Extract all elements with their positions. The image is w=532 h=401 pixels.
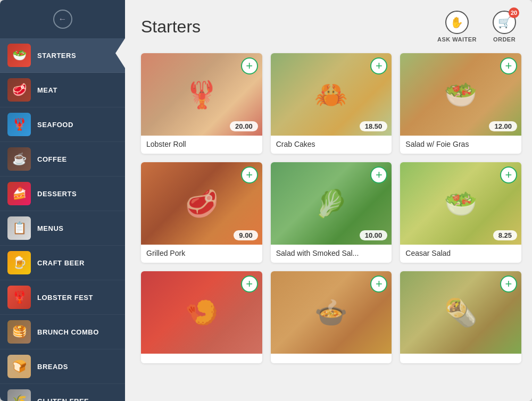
order-badge: 20 xyxy=(509,7,519,18)
add-item-button-9[interactable]: + xyxy=(500,275,517,293)
sidebar-thumb-menus: 📋 xyxy=(7,216,31,240)
add-item-button-7[interactable]: + xyxy=(241,275,258,293)
order-label: ORDER xyxy=(493,36,516,43)
sidebar-item-lobster[interactable]: 🦞LOBSTER FEST xyxy=(0,280,125,315)
price-tag-2: 18.50 xyxy=(360,121,388,131)
food-name-7 xyxy=(141,354,262,363)
sidebar: ← 🥗STARTERS🥩MEAT🦞SEAFOOD☕COFFEE🍰DESSERTS… xyxy=(0,0,125,401)
food-image-5: 🥬+10.00 xyxy=(271,162,392,245)
sidebar-item-desserts[interactable]: 🍰DESSERTS xyxy=(0,177,125,211)
add-item-button-8[interactable]: + xyxy=(370,275,387,293)
sidebar-item-breads[interactable]: 🍞BREADS xyxy=(0,349,125,384)
food-image-2: 🦀+18.50 xyxy=(271,53,392,136)
sidebar-back: ← xyxy=(0,0,125,38)
sidebar-label-brunch: BRUNCH COMBO xyxy=(37,328,99,336)
food-card[interactable]: 🌯+ xyxy=(400,271,521,363)
sidebar-item-seafood[interactable]: 🦞SEAFOOD xyxy=(0,107,125,142)
food-name-5: Salad with Smoked Sal... xyxy=(271,245,392,263)
sidebar-item-gluten[interactable]: 🌾GLUTEN FREE xyxy=(0,384,125,401)
food-name-9 xyxy=(400,354,521,363)
add-item-button-3[interactable]: + xyxy=(500,57,517,74)
add-item-button-5[interactable]: + xyxy=(370,166,387,183)
food-emoji-4: 🥩 xyxy=(185,188,218,219)
sidebar-label-gluten: GLUTEN FREE xyxy=(37,397,89,402)
main-content: Starters ✋ ASK WAITER 🛒 20 ORDER 🦞+20.00… xyxy=(125,0,532,401)
price-tag-1: 20.00 xyxy=(230,121,258,131)
food-card[interactable]: 🥬+10.00Salad with Smoked Sal... xyxy=(271,162,392,263)
food-name-1: Lobster Roll xyxy=(141,136,262,154)
sidebar-item-starters[interactable]: 🥗STARTERS xyxy=(0,38,125,73)
food-emoji-6: 🥗 xyxy=(444,188,477,219)
food-image-3: 🥗+12.00 xyxy=(400,53,521,136)
food-emoji-8: 🍲 xyxy=(314,297,347,328)
sidebar-label-meat: MEAT xyxy=(37,86,57,94)
sidebar-thumb-gluten: 🌾 xyxy=(7,389,31,401)
food-emoji-3: 🥗 xyxy=(444,79,477,110)
menu-items-grid: 🦞+20.00Lobster Roll🦀+18.50Crab Cakes🥗+12… xyxy=(125,48,532,401)
food-image-4: 🥩+9.00 xyxy=(141,162,262,245)
food-image-1: 🦞+20.00 xyxy=(141,53,262,136)
food-image-9: 🌯+ xyxy=(400,271,521,354)
food-card[interactable]: 🦀+18.50Crab Cakes xyxy=(271,53,392,154)
food-card[interactable]: 🍲+ xyxy=(271,271,392,363)
sidebar-label-lobster: LOBSTER FEST xyxy=(37,294,93,302)
sidebar-label-desserts: DESSERTS xyxy=(37,190,77,198)
food-name-8 xyxy=(271,354,392,363)
food-card[interactable]: 🥗+8.25Ceasar Salad xyxy=(400,162,521,263)
top-bar: Starters ✋ ASK WAITER 🛒 20 ORDER xyxy=(125,0,532,48)
sidebar-item-craftbeer[interactable]: 🍺CRAFT BEER xyxy=(0,246,125,280)
sidebar-thumb-seafood: 🦞 xyxy=(7,113,31,136)
back-icon: ← xyxy=(59,14,67,24)
food-emoji-7: 🍤 xyxy=(185,297,218,328)
sidebar-item-brunch[interactable]: 🥞BRUNCH COMBO xyxy=(0,315,125,349)
sidebar-label-craftbeer: CRAFT BEER xyxy=(37,259,85,267)
food-image-7: 🍤+ xyxy=(141,271,262,354)
sidebar-label-coffee: COFFEE xyxy=(37,155,67,163)
food-card[interactable]: 🥩+9.00Grilled Pork xyxy=(141,162,262,263)
page-title: Starters xyxy=(141,17,201,37)
app-container: ← 🥗STARTERS🥩MEAT🦞SEAFOOD☕COFFEE🍰DESSERTS… xyxy=(0,0,532,401)
sidebar-item-coffee[interactable]: ☕COFFEE xyxy=(0,142,125,177)
food-name-6: Ceasar Salad xyxy=(400,245,521,263)
sidebar-item-menus[interactable]: 📋MENUS xyxy=(0,211,125,246)
food-card[interactable]: 🥗+12.00Salad w/ Foie Gras xyxy=(400,53,521,154)
back-button[interactable]: ← xyxy=(53,10,72,29)
food-emoji-5: 🥬 xyxy=(314,188,347,219)
price-tag-5: 10.00 xyxy=(360,230,388,240)
price-tag-4: 9.00 xyxy=(234,230,257,240)
add-item-button-2[interactable]: + xyxy=(370,57,387,74)
add-item-button-6[interactable]: + xyxy=(500,166,517,183)
sidebar-label-starters: STARTERS xyxy=(37,52,76,60)
food-image-8: 🍲+ xyxy=(271,271,392,354)
food-name-3: Salad w/ Foie Gras xyxy=(400,136,521,154)
sidebar-thumb-breads: 🍞 xyxy=(7,355,31,378)
food-emoji-2: 🦀 xyxy=(314,79,347,110)
order-button[interactable]: 🛒 20 ORDER xyxy=(493,11,516,43)
waiter-icon: ✋ xyxy=(445,11,469,34)
sidebar-thumb-desserts: 🍰 xyxy=(7,182,31,205)
sidebar-thumb-meat: 🥩 xyxy=(7,78,31,102)
sidebar-items-list: 🥗STARTERS🥩MEAT🦞SEAFOOD☕COFFEE🍰DESSERTS📋M… xyxy=(0,38,125,401)
add-item-button-1[interactable]: + xyxy=(241,57,258,74)
food-card[interactable]: 🦞+20.00Lobster Roll xyxy=(141,53,262,154)
food-emoji-9: 🌯 xyxy=(444,297,477,328)
sidebar-label-seafood: SEAFOOD xyxy=(37,121,73,129)
price-tag-3: 12.00 xyxy=(489,121,517,131)
cart-icon: 🛒 20 xyxy=(493,11,516,34)
food-emoji-1: 🦞 xyxy=(185,79,218,110)
food-name-4: Grilled Pork xyxy=(141,245,262,263)
ask-waiter-button[interactable]: ✋ ASK WAITER xyxy=(437,11,477,43)
sidebar-label-menus: MENUS xyxy=(37,224,63,232)
sidebar-thumb-starters: 🥗 xyxy=(7,44,31,67)
sidebar-thumb-lobster: 🦞 xyxy=(7,286,31,309)
sidebar-label-breads: BREADS xyxy=(37,363,68,371)
price-tag-6: 8.25 xyxy=(493,230,517,240)
food-card[interactable]: 🍤+ xyxy=(141,271,262,363)
add-item-button-4[interactable]: + xyxy=(241,166,258,183)
sidebar-thumb-coffee: ☕ xyxy=(7,147,31,171)
sidebar-thumb-craftbeer: 🍺 xyxy=(7,251,31,274)
food-image-6: 🥗+8.25 xyxy=(400,162,521,245)
sidebar-item-meat[interactable]: 🥩MEAT xyxy=(0,73,125,107)
top-actions: ✋ ASK WAITER 🛒 20 ORDER xyxy=(437,11,516,43)
sidebar-thumb-brunch: 🥞 xyxy=(7,320,31,344)
